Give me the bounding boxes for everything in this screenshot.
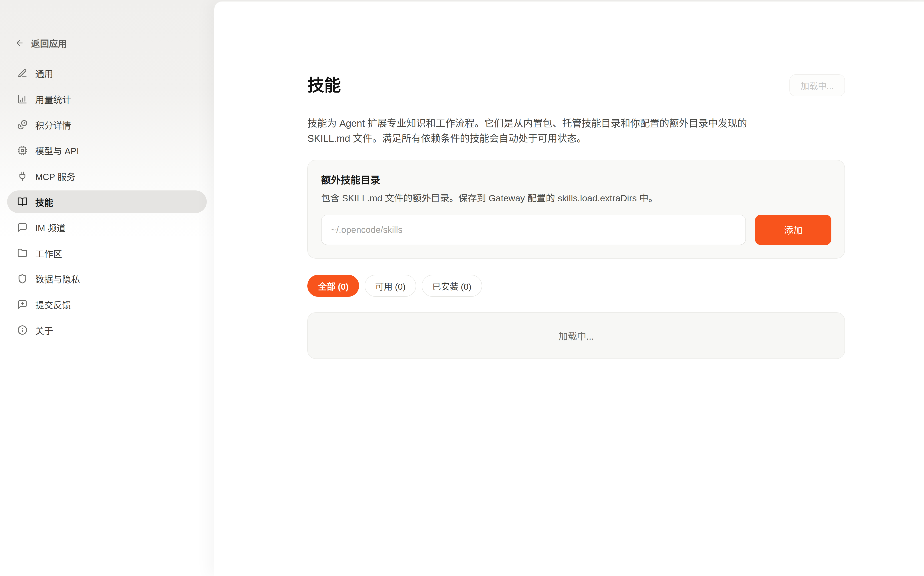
- settings-sidebar: 返回应用 通用 用量统计 积分详情 模型与 API MCP 服务 技能 IM 频…: [0, 0, 214, 576]
- sidebar-nav: 通用 用量统计 积分详情 模型与 API MCP 服务 技能 IM 频道 工作区…: [0, 62, 214, 342]
- sidebar-item-label: 模型与 API: [35, 144, 79, 157]
- skill-filter-chips: 全部 (0)可用 (0)已安装 (0): [307, 275, 845, 297]
- sidebar-item-workspace[interactable]: 工作区: [7, 242, 207, 264]
- back-to-app-button[interactable]: 返回应用: [0, 35, 214, 51]
- sidebar-item-label: 提交反馈: [35, 298, 71, 311]
- cpu-icon: [17, 146, 27, 155]
- back-to-app-label: 返回应用: [31, 37, 67, 50]
- message-square-plus-icon: [17, 299, 27, 310]
- bar-chart-icon: [17, 94, 27, 104]
- main-panel: 技能 加载中... 技能为 Agent 扩展专业知识和工作流程。它们是从内置包、…: [214, 1, 924, 576]
- extra-skill-dirs-card: 额外技能目录 包含 SKILL.md 文件的额外目录。保存到 Gateway 配…: [307, 160, 845, 259]
- sidebar-item-label: IM 频道: [35, 221, 66, 234]
- card-title: 额外技能目录: [321, 172, 831, 186]
- message-square-icon: [17, 222, 27, 233]
- sidebar-item-label: 通用: [35, 67, 53, 80]
- add-directory-button[interactable]: 添加: [755, 214, 831, 245]
- skills-page: 技能 加载中... 技能为 Agent 扩展专业知识和工作流程。它们是从内置包、…: [307, 2, 845, 359]
- skill-directory-input[interactable]: [321, 214, 746, 245]
- page-title: 技能: [307, 76, 341, 94]
- sidebar-item-label: MCP 服务: [35, 170, 75, 183]
- filter-chip-all[interactable]: 全部 (0): [307, 275, 359, 297]
- sidebar-item-label: 技能: [35, 195, 53, 208]
- sidebar-item-label: 积分详情: [35, 118, 71, 131]
- shield-icon: [17, 274, 27, 284]
- sidebar-item-general[interactable]: 通用: [7, 62, 207, 85]
- sidebar-item-label: 工作区: [35, 246, 62, 260]
- sidebar-item-models-api[interactable]: 模型与 API: [7, 139, 207, 162]
- sidebar-item-label: 用量统计: [35, 93, 71, 106]
- sidebar-item-label: 关于: [35, 324, 53, 337]
- sidebar-item-usage-stats[interactable]: 用量统计: [7, 88, 207, 110]
- skill-list-loading-box: 加载中...: [307, 312, 845, 359]
- page-header: 技能 加载中...: [307, 65, 845, 106]
- sidebar-item-im-channels[interactable]: IM 频道: [7, 216, 207, 239]
- sidebar-item-about[interactable]: 关于: [7, 319, 207, 341]
- card-description: 包含 SKILL.md 文件的额外目录。保存到 Gateway 配置的 skil…: [321, 192, 831, 205]
- coins-icon: [17, 120, 27, 130]
- info-icon: [17, 325, 27, 335]
- filter-chip-installed[interactable]: 已安装 (0): [422, 275, 482, 297]
- folder-icon: [17, 248, 27, 258]
- book-open-icon: [17, 197, 27, 207]
- sidebar-item-skills[interactable]: 技能: [7, 190, 207, 213]
- pencil-icon: [17, 68, 27, 78]
- sidebar-item-label: 数据与隐私: [35, 272, 80, 285]
- page-description: 技能为 Agent 扩展专业知识和工作流程。它们是从内置包、托管技能目录和你配置…: [307, 116, 773, 146]
- add-directory-row: 添加: [321, 214, 831, 245]
- settings-window: 返回应用 通用 用量统计 积分详情 模型与 API MCP 服务 技能 IM 频…: [0, 0, 924, 576]
- filter-chip-available[interactable]: 可用 (0): [365, 275, 416, 297]
- header-loading-badge: 加载中...: [789, 74, 845, 96]
- sidebar-item-credits[interactable]: 积分详情: [7, 114, 207, 136]
- sidebar-item-data-privacy[interactable]: 数据与隐私: [7, 267, 207, 290]
- sidebar-item-mcp-services[interactable]: MCP 服务: [7, 165, 207, 187]
- plug-icon: [17, 171, 27, 181]
- arrow-left-icon: [15, 38, 24, 48]
- sidebar-item-feedback[interactable]: 提交反馈: [7, 293, 207, 316]
- skill-list-loading-text: 加载中...: [559, 329, 594, 342]
